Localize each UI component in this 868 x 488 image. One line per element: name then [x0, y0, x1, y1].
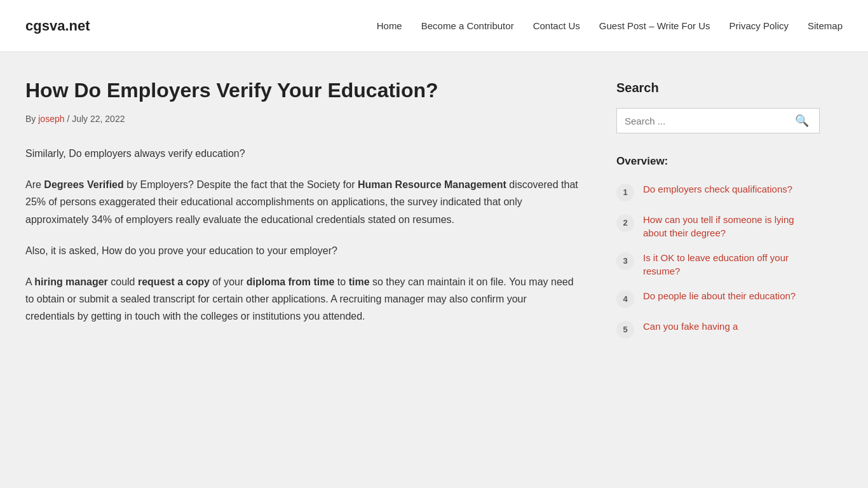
meta-date: July 22, 2022: [72, 114, 125, 124]
p2-before: Are: [25, 179, 44, 190]
search-box: 🔍: [616, 108, 820, 133]
site-wrapper: How Do Employers Verify Your Education? …: [0, 52, 868, 383]
overview-item-5: 5 Can you fake having a: [616, 320, 820, 339]
overview-item-1: 1 Do employers check qualifications?: [616, 182, 820, 201]
overview-link-3[interactable]: Is it OK to leave education off your res…: [643, 251, 820, 278]
nav-contact[interactable]: Contact Us: [533, 18, 580, 34]
sidebar-overview-section: Overview: 1 Do employers check qualifica…: [616, 152, 820, 339]
p4-bold1: hiring manager: [34, 276, 108, 287]
search-input[interactable]: [625, 116, 792, 126]
overview-link-5[interactable]: Can you fake having a: [643, 320, 738, 333]
meta-separator: /: [67, 114, 72, 124]
search-icon: 🔍: [795, 114, 809, 127]
p2-bold2: Human Resource Management: [358, 179, 506, 190]
p4-middle1: could: [108, 276, 138, 287]
paragraph-2: Are Degrees Verified by Employers? Despi…: [25, 176, 578, 228]
overview-item-4: 4 Do people lie about their education?: [616, 289, 820, 308]
main-content: How Do Employers Verify Your Education? …: [25, 78, 578, 358]
meta-author[interactable]: joseph: [38, 114, 64, 124]
overview-number-3: 3: [616, 252, 634, 270]
main-nav: Home Become a Contributor Contact Us Gue…: [377, 18, 843, 34]
p2-middle: by Employers? Despite the fact that the …: [124, 179, 358, 190]
sidebar: Search 🔍 Overview: 1 Do employers check …: [616, 78, 820, 358]
p4-bold3: diploma from time: [247, 276, 335, 287]
overview-list: 1 Do employers check qualifications? 2 H…: [616, 182, 820, 339]
site-header: cgsva.net Home Become a Contributor Cont…: [0, 0, 868, 52]
post-meta: By joseph / July 22, 2022: [25, 112, 578, 126]
nav-home[interactable]: Home: [377, 18, 402, 34]
sidebar-overview-title: Overview:: [616, 152, 820, 170]
overview-link-2[interactable]: How can you tell if someone is lying abo…: [643, 213, 820, 240]
overview-number-4: 4: [616, 290, 634, 308]
post-title: How Do Employers Verify Your Education?: [25, 78, 578, 104]
p4-bold4: time: [349, 276, 370, 287]
p4-middle2: of your: [210, 276, 247, 287]
p4-before: A: [25, 276, 34, 287]
overview-link-1[interactable]: Do employers check qualifications?: [643, 182, 792, 196]
p4-middle3: to: [334, 276, 348, 287]
p2-bold1: Degrees Verified: [44, 179, 123, 190]
sidebar-search-title: Search: [616, 78, 820, 98]
post-body: Similarly, Do employers always verify ed…: [25, 145, 578, 325]
overview-number-1: 1: [616, 184, 634, 201]
meta-by: By: [25, 114, 38, 124]
sidebar-search-section: Search 🔍: [616, 78, 820, 133]
overview-item-3: 3 Is it OK to leave education off your r…: [616, 251, 820, 278]
overview-number-5: 5: [616, 321, 634, 339]
nav-sitemap[interactable]: Sitemap: [808, 18, 843, 34]
search-button[interactable]: 🔍: [792, 114, 811, 128]
nav-contributor[interactable]: Become a Contributor: [421, 18, 514, 34]
p4-bold2: request a copy: [138, 276, 210, 287]
paragraph-1: Similarly, Do employers always verify ed…: [25, 145, 578, 162]
paragraph-4: A hiring manager could request a copy of…: [25, 273, 578, 325]
nav-guest-post[interactable]: Guest Post – Write For Us: [599, 18, 710, 34]
nav-privacy[interactable]: Privacy Policy: [729, 18, 789, 34]
paragraph-3: Also, it is asked, How do you prove your…: [25, 242, 578, 259]
overview-link-4[interactable]: Do people lie about their education?: [643, 289, 796, 302]
site-logo[interactable]: cgsva.net: [25, 15, 90, 37]
overview-item-2: 2 How can you tell if someone is lying a…: [616, 213, 820, 240]
overview-number-2: 2: [616, 214, 634, 232]
